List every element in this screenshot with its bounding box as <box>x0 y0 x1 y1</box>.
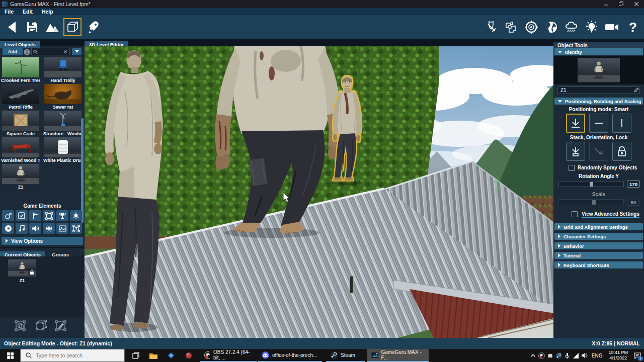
taskbar-app-gameguru[interactable]: GameGuru MAX - F... <box>367 349 429 362</box>
back-button[interactable] <box>3 18 21 36</box>
object-item[interactable]: Crooked Fern Tree <box>1 57 40 83</box>
stack-button[interactable] <box>566 142 585 161</box>
play-icon[interactable] <box>2 223 14 234</box>
current-object-item[interactable] <box>8 259 36 277</box>
randomly-spray-checkbox[interactable] <box>569 165 575 171</box>
tab-level-objects[interactable]: Level Objects <box>0 41 40 48</box>
scale-slider-handle[interactable] <box>592 200 596 205</box>
object-search-input[interactable] <box>31 48 70 55</box>
edit-pencil-icon[interactable] <box>634 87 639 93</box>
3d-level-editor-button[interactable] <box>63 18 82 36</box>
notification-center-icon[interactable]: 1 <box>631 349 644 362</box>
scale-value[interactable]: 50 <box>627 199 640 206</box>
horizontal-mode-button[interactable] <box>589 114 608 133</box>
3d-viewport[interactable] <box>85 46 553 338</box>
music-icon[interactable] <box>16 223 28 234</box>
object-item[interactable]: Varnished Wood Table <box>1 137 40 163</box>
tray-clock[interactable]: 10:41 PM 4/1/2022 <box>605 350 631 361</box>
group-select-icon[interactable] <box>34 319 47 332</box>
info-icon[interactable] <box>24 48 30 57</box>
menu-file[interactable]: File <box>0 9 18 15</box>
world-settings-icon[interactable] <box>542 18 560 36</box>
tray-obs-icon[interactable] <box>537 349 546 362</box>
objectives-icon[interactable] <box>502 18 520 36</box>
file-explorer-icon[interactable] <box>146 349 161 362</box>
object-name-input[interactable] <box>557 86 640 94</box>
terrain-editor-button[interactable] <box>43 18 61 36</box>
rotation-value[interactable]: 170 <box>627 180 640 188</box>
object-item[interactable]: Patrol Rifle <box>1 84 40 110</box>
section-identity[interactable]: Identity <box>554 48 643 55</box>
tray-chevron-up-icon[interactable] <box>529 349 537 362</box>
obs-icon <box>204 351 210 359</box>
scale-slider[interactable] <box>558 199 624 205</box>
start-marker-icon[interactable] <box>2 210 14 221</box>
start-button[interactable] <box>0 349 20 362</box>
view-options-bar[interactable]: View Options <box>2 237 83 245</box>
taskbar-app-obs[interactable]: OBS 27.2.4 (64-bit, ... <box>200 349 257 362</box>
clear-search-icon[interactable] <box>64 50 67 54</box>
minimize-button[interactable] <box>599 0 614 8</box>
taskbar-search-input[interactable] <box>36 352 116 358</box>
object-item[interactable]: Square Crate <box>1 111 40 136</box>
menu-edit[interactable]: Edit <box>18 9 37 15</box>
task-view-icon[interactable] <box>128 349 143 362</box>
camera-icon[interactable] <box>603 18 621 36</box>
multi-select-icon[interactable] <box>14 319 27 332</box>
scope-icon[interactable] <box>522 18 540 36</box>
view-advanced-checkbox[interactable] <box>572 211 578 217</box>
edit-mode-icon[interactable] <box>54 319 67 332</box>
object-item[interactable]: White Plastic Drum <box>43 137 83 163</box>
light-icon[interactable] <box>70 210 82 221</box>
taskbar-app-discord[interactable]: office-of-the-prech... <box>258 349 322 362</box>
tray-discord-icon[interactable] <box>546 349 554 362</box>
vertical-mode-button[interactable] <box>612 114 631 133</box>
lock-button[interactable] <box>612 142 631 161</box>
rotation-slider[interactable] <box>558 181 624 187</box>
section-behavior[interactable]: Behavior <box>554 242 643 249</box>
object-item[interactable]: Z1 <box>1 164 40 190</box>
view-advanced-label[interactable]: View Advanced Settings <box>582 211 639 218</box>
game-app-icon[interactable] <box>181 349 196 362</box>
object-item[interactable]: Hand Trolly <box>43 57 83 83</box>
photos-app-icon[interactable] <box>164 349 179 362</box>
win-trophy-icon[interactable] <box>56 210 68 221</box>
particle-icon[interactable] <box>43 223 55 234</box>
save-button[interactable] <box>23 18 41 36</box>
lighting-icon[interactable] <box>583 18 601 36</box>
section-grid-alignment[interactable]: Grid and Alignment Settings <box>554 223 643 230</box>
weather-icon[interactable] <box>562 18 581 36</box>
add-object-button[interactable]: Add <box>3 48 23 55</box>
help-icon[interactable]: ? <box>624 18 642 36</box>
combat-settings-icon[interactable] <box>482 18 500 36</box>
menu-help[interactable]: Help <box>37 9 58 15</box>
test-game-button[interactable] <box>85 18 103 36</box>
section-tutorial[interactable]: Tutorial <box>554 252 643 259</box>
sound-icon[interactable] <box>29 223 41 234</box>
close-button[interactable] <box>629 0 644 8</box>
snap-down-button[interactable] <box>566 114 585 133</box>
section-character-settings[interactable]: Character Settings <box>554 233 643 240</box>
tray-steam-icon[interactable] <box>554 349 563 362</box>
tray-volume-icon[interactable] <box>580 349 589 362</box>
rotation-slider-handle[interactable] <box>590 182 593 187</box>
taskbar-search[interactable] <box>20 349 125 362</box>
object-item[interactable]: Sewer rat <box>43 84 83 110</box>
viewport-tab-strip: 3D Level Editor <box>85 39 553 46</box>
flag-icon[interactable] <box>29 210 41 221</box>
filter-dropdown-button[interactable] <box>72 48 82 55</box>
restore-button[interactable] <box>614 0 629 8</box>
tray-microphone-icon[interactable] <box>563 349 572 362</box>
orientation-button[interactable] <box>589 142 608 161</box>
zone-icon[interactable] <box>43 210 55 221</box>
section-positioning[interactable]: Positioning, Rotating and Scaling <box>554 98 643 105</box>
object-thumb-crate <box>2 111 39 131</box>
taskbar-app-steam[interactable]: Steam <box>326 349 365 362</box>
text-icon[interactable] <box>70 223 82 234</box>
section-keyboard-shortcuts[interactable]: Keyboard Shortcuts <box>554 261 643 268</box>
decal-image-icon[interactable] <box>56 223 68 234</box>
tray-network-icon[interactable] <box>572 349 580 362</box>
checkpoint-icon[interactable] <box>16 210 28 221</box>
object-item[interactable]: Structure - Windmill <box>43 111 83 136</box>
tray-language[interactable]: ENG <box>589 353 606 358</box>
